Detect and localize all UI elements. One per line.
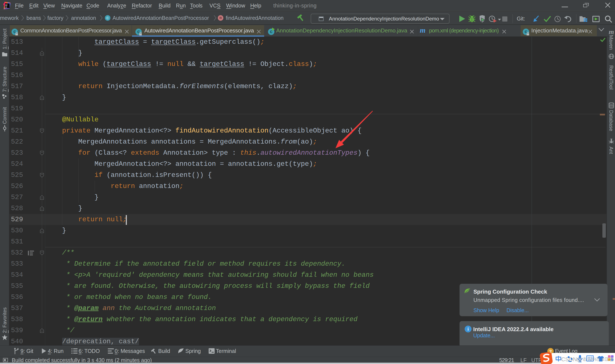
svg-text:IJ: IJ: [5, 4, 7, 6]
svg-text:m: m: [420, 27, 425, 34]
